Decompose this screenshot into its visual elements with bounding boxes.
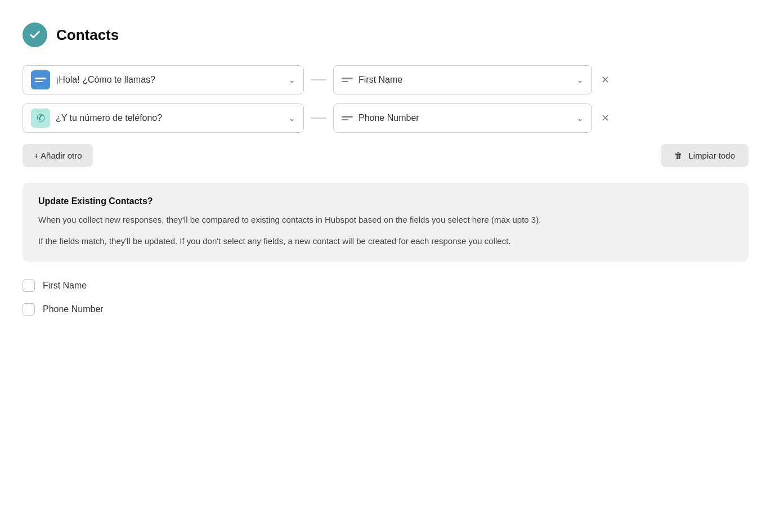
info-box: Update Existing Contacts? When you colle… xyxy=(23,183,748,262)
trash-icon: 🗑 xyxy=(674,151,683,160)
target-dropdown-2[interactable]: Phone Number ⌄ xyxy=(333,103,592,133)
target-dropdown-1[interactable]: First Name ⌄ xyxy=(333,65,592,94)
checkbox-1[interactable] xyxy=(23,303,35,315)
checkbox-0[interactable] xyxy=(23,279,35,292)
checkbox-item-1[interactable]: Phone Number xyxy=(23,303,748,315)
checkbox-list: First Name Phone Number xyxy=(23,279,748,315)
chevron-down-icon-target-2: ⌄ xyxy=(577,114,584,123)
phone-icon: ✆ xyxy=(37,112,45,124)
source-dropdown-2[interactable]: ✆ ¿Y tu número de teléfono? ⌄ xyxy=(23,103,304,133)
chevron-down-icon-1: ⌄ xyxy=(289,75,295,84)
info-box-text-1: When you collect new responses, they'll … xyxy=(38,213,733,227)
connector-line-1 xyxy=(311,79,326,80)
chevron-down-icon-2: ⌄ xyxy=(289,114,295,123)
source-label-1: ¡Hola! ¿Cómo te llamas? xyxy=(56,75,283,85)
remove-row-1-button[interactable]: ✕ xyxy=(599,71,612,88)
source-icon-box-2: ✆ xyxy=(31,109,50,128)
page-title: Contacts xyxy=(56,26,119,44)
target-label-1: First Name xyxy=(358,75,571,85)
target-label-2: Phone Number xyxy=(358,113,571,123)
actions-row: + Añadir otro 🗑 Limpiar todo xyxy=(23,144,748,167)
connector-line-2 xyxy=(311,118,326,119)
field-lines-icon-1 xyxy=(35,74,46,85)
info-box-text-2: If the fields match, they'll be updated.… xyxy=(38,235,733,248)
remove-row-2-button[interactable]: ✕ xyxy=(599,110,612,127)
page-header: Contacts xyxy=(23,22,748,47)
chevron-down-icon-target-1: ⌄ xyxy=(577,75,584,84)
info-box-title: Update Existing Contacts? xyxy=(38,196,733,206)
add-another-button[interactable]: + Añadir otro xyxy=(23,144,93,167)
clear-all-label: Limpiar todo xyxy=(688,151,735,160)
checkbox-item-0[interactable]: First Name xyxy=(23,279,748,292)
check-circle-icon xyxy=(23,22,47,47)
target-lines-icon-2 xyxy=(342,112,353,124)
source-icon-box-1 xyxy=(31,70,50,89)
source-dropdown-1[interactable]: ¡Hola! ¿Cómo te llamas? ⌄ xyxy=(23,65,304,94)
checkbox-label-0: First Name xyxy=(43,281,87,291)
checkbox-label-1: Phone Number xyxy=(43,304,104,314)
mapping-row: ¡Hola! ¿Cómo te llamas? ⌄ First Name ⌄ ✕ xyxy=(23,65,748,94)
mapping-row-2: ✆ ¿Y tu número de teléfono? ⌄ Phone Numb… xyxy=(23,103,748,133)
source-label-2: ¿Y tu número de teléfono? xyxy=(56,113,283,123)
mapping-rows: ¡Hola! ¿Cómo te llamas? ⌄ First Name ⌄ ✕… xyxy=(23,65,748,133)
target-lines-icon-1 xyxy=(342,74,353,85)
clear-all-button[interactable]: 🗑 Limpiar todo xyxy=(661,144,748,167)
